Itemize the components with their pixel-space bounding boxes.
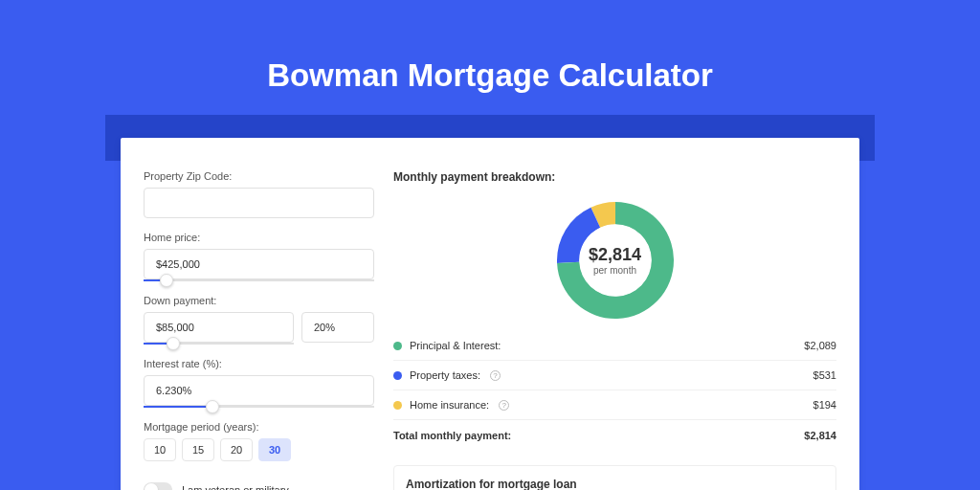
donut-wrap: $2,814 per month [393, 193, 836, 331]
mortgage-period-label: Mortgage period (years): [144, 421, 374, 433]
legend-row: Home insurance:?$194 [393, 390, 836, 420]
amortization-title: Amortization for mortgage loan [406, 478, 824, 490]
down-payment-slider[interactable] [144, 343, 294, 345]
legend-total-label: Total monthly payment: [393, 430, 511, 441]
breakdown-title: Monthly payment breakdown: [393, 170, 836, 184]
down-payment-amount-input[interactable] [144, 312, 294, 343]
legend-value: $2,089 [804, 340, 836, 351]
legend-label: Home insurance: [410, 399, 489, 411]
home-price-input[interactable] [144, 249, 374, 279]
veteran-toggle[interactable] [144, 482, 172, 490]
period-button-15[interactable]: 15 [182, 438, 214, 461]
legend-dot [393, 401, 402, 410]
legend-total-row: Total monthly payment: $2,814 [393, 420, 836, 450]
period-button-10[interactable]: 10 [144, 438, 176, 461]
home-price-label: Home price: [144, 232, 374, 243]
legend-label: Property taxes: [410, 369, 480, 381]
amortization-box: Amortization for mortgage loan Amortizat… [393, 465, 836, 490]
down-payment-group: Down payment: [144, 295, 374, 345]
legend-value: $194 [813, 399, 836, 411]
legend-dot [393, 371, 402, 380]
interest-group: Interest rate (%): [144, 358, 374, 408]
calculator-card: Property Zip Code: Home price: Down paym… [121, 138, 859, 490]
toggle-knob [145, 483, 158, 490]
info-icon[interactable]: ? [490, 370, 501, 381]
breakdown-column: Monthly payment breakdown: $2,814 per mo… [393, 170, 836, 490]
period-button-30[interactable]: 30 [258, 438, 291, 461]
zip-label: Property Zip Code: [144, 170, 374, 182]
legend-dot [393, 342, 402, 350]
period-button-20[interactable]: 20 [220, 438, 253, 461]
veteran-toggle-row: I am veteran or military [144, 482, 374, 490]
down-payment-label: Down payment: [144, 295, 374, 306]
legend-label: Principal & Interest: [410, 340, 501, 351]
slider-thumb[interactable] [167, 337, 180, 350]
page-title: Bowman Mortgage Calculator [0, 0, 980, 115]
home-price-slider[interactable] [144, 279, 374, 281]
legend-row: Property taxes:?$531 [393, 361, 836, 390]
legend-total-value: $2,814 [804, 430, 836, 441]
legend-value: $531 [813, 369, 836, 381]
form-column: Property Zip Code: Home price: Down paym… [144, 170, 374, 490]
donut-sub-label: per month [593, 265, 636, 276]
slider-thumb[interactable] [160, 274, 173, 287]
legend-row: Principal & Interest:$2,089 [393, 331, 836, 361]
period-group: Mortgage period (years): 10152030 [144, 421, 374, 461]
home-price-group: Home price: [144, 232, 374, 281]
veteran-label: I am veteran or military [182, 484, 289, 490]
interest-rate-input[interactable] [144, 375, 374, 406]
zip-input[interactable] [144, 188, 374, 218]
zip-group: Property Zip Code: [144, 170, 374, 218]
donut-total-amount: $2,814 [589, 245, 641, 265]
down-payment-percent-input[interactable] [301, 312, 374, 343]
info-icon[interactable]: ? [499, 400, 509, 411]
interest-slider[interactable] [144, 406, 374, 408]
slider-thumb[interactable] [206, 400, 219, 413]
interest-rate-label: Interest rate (%): [144, 358, 374, 369]
